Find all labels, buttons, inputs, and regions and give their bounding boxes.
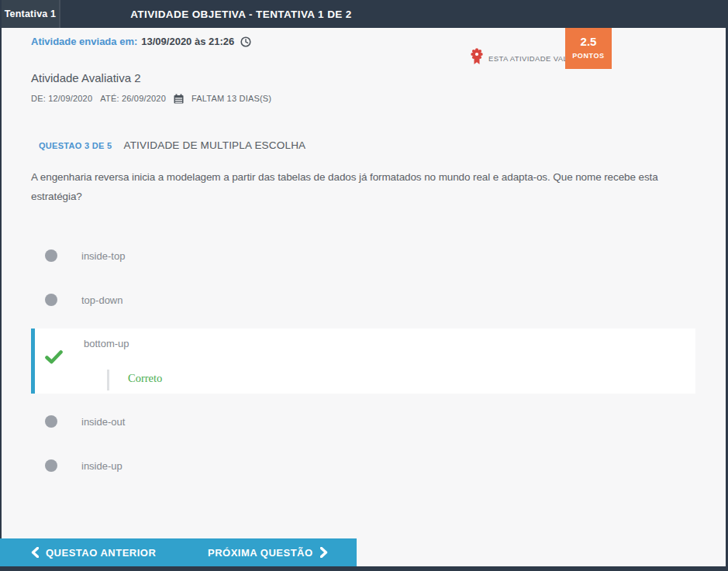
radio-icon[interactable]: [45, 459, 57, 472]
page-border-left: [0, 0, 2, 571]
quiz-page: Tentativa 1 ATIVIDADE OBJETIVA - TENTATI…: [0, 0, 728, 571]
question-header: QUESTAO 3 DE 5 ATIVIDADE DE MULTIPLA ESC…: [39, 139, 305, 151]
activity-date-row: DE: 12/09/2020 ATÉ: 26/09/2020 FALTAM 13…: [31, 93, 271, 104]
previous-question-label: QUESTAO ANTERIOR: [46, 547, 156, 559]
activity-sent-row: Atividade enviada em: 13/09/2020 às 21:2…: [31, 36, 251, 47]
activity-value-row: ESTA ATIVIDADE VALE: [471, 49, 573, 67]
radio-icon[interactable]: [45, 415, 57, 428]
activity-title: Atividade Avaliativa 2: [31, 71, 140, 84]
option-inside-out[interactable]: inside-out: [45, 415, 125, 428]
option-label: inside-up: [81, 460, 122, 472]
points-badge: 2.5 PONTOS: [565, 28, 612, 69]
option-label: inside-top: [81, 250, 125, 262]
question-text: A engenharia reversa inicia a modelagem …: [31, 167, 707, 206]
feedback-divider: [107, 370, 109, 390]
option-label: inside-out: [81, 416, 125, 428]
option-label: top-down: [81, 294, 122, 306]
points-unit-label: PONTOS: [565, 52, 612, 60]
feedback-correct-label: Correto: [128, 372, 162, 385]
question-type-label: ATIVIDADE DE MULTIPLA ESCOLHA: [123, 139, 305, 151]
award-ribbon-icon: [471, 48, 483, 68]
chevron-right-icon: [320, 547, 328, 558]
bottom-border-strip: [0, 566, 728, 571]
check-icon: [45, 350, 63, 367]
option-top-down[interactable]: top-down: [45, 294, 122, 306]
clock-icon: [240, 36, 251, 47]
page-title: ATIVIDADE OBJETIVA - TENTATIVA 1 DE 2: [0, 0, 482, 28]
next-question-button[interactable]: PRÓXIMA QUESTÃO: [208, 538, 328, 566]
option-inside-top[interactable]: inside-top: [45, 249, 125, 262]
activity-value-label: ESTA ATIVIDADE VALE: [488, 54, 573, 63]
option-bottom-up-correct-card[interactable]: bottom-up Correto: [31, 328, 695, 394]
option-label: bottom-up: [84, 338, 129, 349]
top-header-bar: Tentativa 1 ATIVIDADE OBJETIVA - TENTATI…: [0, 0, 728, 28]
option-inside-up[interactable]: inside-up: [45, 459, 122, 472]
points-value: 2.5: [565, 35, 612, 48]
previous-question-button[interactable]: QUESTAO ANTERIOR: [31, 538, 156, 566]
calendar-icon: [174, 94, 184, 104]
radio-icon[interactable]: [45, 294, 57, 306]
next-question-label: PRÓXIMA QUESTÃO: [208, 547, 313, 559]
question-nav-bar: QUESTAO ANTERIOR PRÓXIMA QUESTÃO: [0, 538, 357, 566]
chevron-left-icon: [31, 547, 39, 558]
radio-icon[interactable]: [45, 249, 57, 262]
sent-datetime: 13/09/2020 às 21:26: [141, 36, 234, 47]
question-number: QUESTAO 3 DE 5: [39, 141, 112, 150]
date-from: DE: 12/09/2020: [31, 94, 92, 103]
sent-label: Atividade enviada em:: [31, 36, 137, 47]
days-remaining: FALTAM 13 DIAS(S): [191, 94, 271, 103]
date-to: ATÉ: 26/09/2020: [100, 94, 166, 103]
